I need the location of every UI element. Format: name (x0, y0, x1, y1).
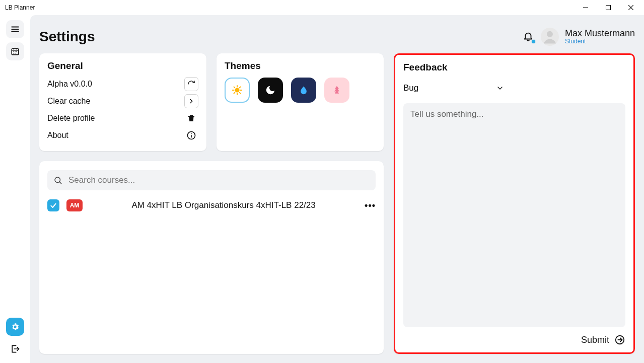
delete-profile-row[interactable]: Delete profile (47, 110, 198, 127)
submit-label: Submit (581, 335, 609, 345)
clear-cache-action[interactable] (184, 94, 198, 108)
svg-line-22 (234, 87, 235, 88)
logout-icon (10, 344, 20, 354)
tree-icon (332, 85, 342, 96)
feedback-title: Feedback (403, 62, 625, 73)
svg-point-12 (15, 53, 16, 54)
page-title: Settings (39, 29, 95, 45)
arrow-right-circle-icon (614, 334, 625, 345)
search-icon (53, 176, 62, 185)
svg-point-9 (15, 51, 16, 52)
avatar-placeholder-icon (541, 28, 559, 46)
course-tag: AM (66, 199, 83, 211)
chevron-down-icon (496, 84, 504, 92)
notification-indicator (531, 39, 536, 44)
droplet-icon (299, 85, 309, 96)
theme-light[interactable] (225, 78, 250, 103)
chevron-right-icon (188, 98, 195, 105)
course-search-input[interactable] (67, 175, 370, 186)
feedback-card: Feedback Bug Tell us something... Submit (394, 53, 635, 354)
svg-line-29 (59, 182, 61, 183)
check-icon (49, 201, 57, 209)
version-label: Alpha v0.0.0 (47, 80, 92, 89)
svg-line-24 (234, 93, 235, 94)
general-card: General Alpha v0.0.0 Clear cache (39, 53, 206, 151)
svg-point-16 (191, 133, 192, 134)
notifications-button[interactable] (523, 31, 535, 43)
svg-rect-1 (606, 6, 610, 10)
theme-dark[interactable] (258, 78, 283, 103)
trash-icon (187, 114, 196, 123)
window-minimize-button[interactable] (574, 0, 597, 15)
course-name: AM 4xHIT LB Organisationskurs 4xHIT-LB 2… (90, 200, 357, 210)
themes-title: Themes (225, 60, 376, 71)
nav-calendar-button[interactable] (6, 42, 24, 60)
courses-card: AM AM 4xHIT LB Organisationskurs 4xHIT-L… (39, 161, 384, 354)
general-title: General (47, 60, 198, 71)
delete-profile-action[interactable] (184, 111, 198, 125)
version-row: Alpha v0.0.0 (47, 76, 198, 93)
course-more-button[interactable]: ••• (365, 200, 376, 211)
window-maximize-button[interactable] (597, 0, 619, 15)
feedback-type-select[interactable]: Bug (403, 80, 504, 96)
avatar[interactable] (541, 28, 559, 46)
user-block[interactable]: Max Mustermann Student (523, 28, 635, 46)
clear-cache-row[interactable]: Clear cache (47, 93, 198, 110)
window-title: LB Planner (5, 4, 35, 11)
svg-line-23 (240, 93, 241, 94)
nav-menu-button[interactable] (6, 20, 24, 38)
menu-icon (11, 25, 20, 34)
svg-point-10 (16, 51, 17, 52)
svg-point-17 (235, 88, 239, 92)
svg-line-25 (240, 87, 241, 88)
svg-point-11 (13, 53, 14, 54)
gear-icon (11, 322, 20, 331)
check-update-button[interactable] (184, 77, 198, 91)
user-name: Max Mustermann (565, 28, 635, 39)
sun-icon (232, 85, 243, 96)
feedback-submit-button[interactable]: Submit (403, 334, 625, 345)
nav-settings-button[interactable] (6, 318, 24, 336)
moon-icon (265, 85, 276, 96)
course-row[interactable]: AM AM 4xHIT LB Organisationskurs 4xHIT-L… (47, 195, 376, 215)
about-action[interactable] (184, 128, 198, 142)
delete-profile-label: Delete profile (47, 114, 95, 123)
sidebar (0, 15, 30, 363)
feedback-type-value: Bug (403, 83, 418, 93)
info-icon (186, 130, 196, 140)
course-checkbox[interactable] (47, 199, 59, 211)
feedback-placeholder: Tell us something... (410, 109, 484, 119)
svg-point-8 (13, 51, 14, 52)
calendar-icon (11, 47, 20, 56)
nav-logout-button[interactable] (6, 340, 24, 358)
svg-point-13 (547, 31, 553, 37)
about-row[interactable]: About (47, 127, 198, 144)
user-role: Student (565, 38, 635, 45)
window-titlebar: LB Planner (0, 0, 644, 15)
theme-ocean[interactable] (291, 78, 316, 103)
refresh-icon (187, 80, 195, 88)
theme-sakura[interactable] (324, 78, 349, 103)
feedback-textarea[interactable]: Tell us something... (403, 103, 625, 327)
window-close-button[interactable] (619, 0, 642, 15)
themes-card: Themes (217, 53, 384, 151)
course-search[interactable] (47, 170, 376, 190)
clear-cache-label: Clear cache (47, 97, 90, 106)
about-label: About (47, 131, 68, 140)
